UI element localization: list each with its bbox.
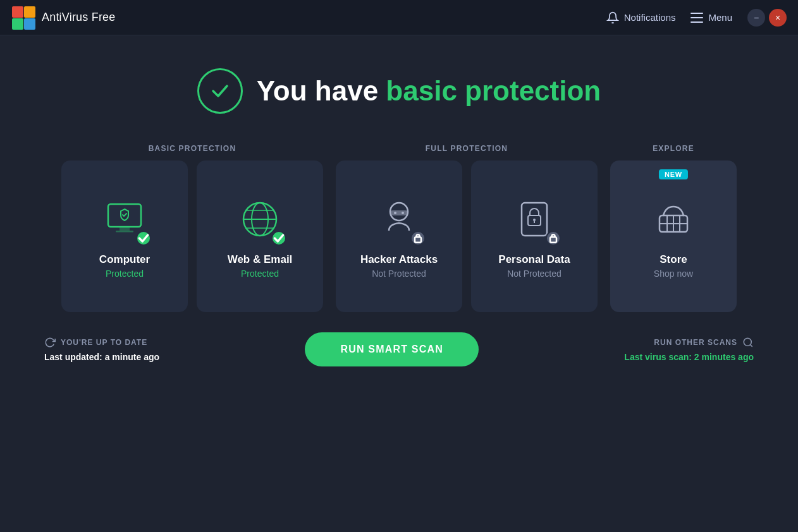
computer-status-badge <box>136 231 151 246</box>
search-icon <box>742 337 754 348</box>
update-label: You're up to date <box>61 338 147 347</box>
run-other-scans-label: Run Other Scans <box>654 338 737 347</box>
svg-point-18 <box>402 212 404 214</box>
last-updated-value: a minute ago <box>105 352 159 362</box>
bell-icon <box>606 11 619 24</box>
basic-protection-label: Basic Protection <box>149 144 236 153</box>
svg-rect-24 <box>550 237 556 242</box>
window-controls: − × <box>747 9 787 27</box>
minimize-button[interactable]: − <box>747 9 765 27</box>
check-small-icon2 <box>273 215 285 261</box>
store-icon-area <box>648 194 699 245</box>
web-email-card[interactable]: Web & Email Protected <box>197 160 323 312</box>
last-scan-prefix: Last virus scan: <box>624 352 692 362</box>
last-updated: Last updated: a minute ago <box>44 352 159 362</box>
svg-rect-9 <box>116 231 133 233</box>
lock-small-icon <box>412 215 424 261</box>
personal-data-card-status: Not Protected <box>507 269 562 279</box>
checkmark-icon <box>209 80 231 102</box>
explore-cards: NEW Store <box>610 160 737 312</box>
svg-rect-0 <box>12 6 23 18</box>
run-smart-scan-button[interactable]: RUN SMART SCAN <box>305 332 479 366</box>
lock-small-icon2 <box>547 215 560 261</box>
personal-data-card[interactable]: Personal Data Not Protected <box>471 160 598 312</box>
basic-protection-group: Basic Protection <box>61 144 323 312</box>
menu-button[interactable]: Menu <box>691 12 732 23</box>
svg-rect-3 <box>24 18 35 30</box>
last-updated-prefix: Last updated: <box>44 352 102 362</box>
last-scan-value: 2 minutes ago <box>694 352 754 362</box>
svg-rect-19 <box>415 237 421 242</box>
store-card-name: Store <box>660 253 687 266</box>
computer-card-status: Protected <box>106 269 144 279</box>
full-protection-label: Full Protection <box>426 144 508 153</box>
basic-protection-cards: Computer Protected <box>61 160 323 312</box>
notifications-button[interactable]: Notifications <box>606 11 676 24</box>
store-card[interactable]: NEW Store <box>610 160 737 312</box>
hero-title-highlight: basic protection <box>386 75 601 106</box>
svg-line-31 <box>750 344 752 346</box>
explore-label: Explore <box>653 144 694 153</box>
last-virus-scan: Last virus scan: 2 minutes ago <box>624 352 754 362</box>
svg-rect-8 <box>120 227 130 231</box>
svg-point-22 <box>533 219 536 221</box>
check-small-icon <box>137 215 150 261</box>
hacker-icon-area <box>374 194 424 245</box>
personal-data-status-badge <box>546 231 561 246</box>
svg-rect-16 <box>390 210 408 215</box>
close-button[interactable]: × <box>769 9 787 27</box>
full-protection-group: Full Protection <box>336 144 598 312</box>
svg-rect-5 <box>691 17 703 18</box>
svg-rect-1 <box>24 6 35 18</box>
hacker-card-status: Not Protected <box>372 269 426 279</box>
web-email-status-badge <box>271 231 286 246</box>
cards-section: Basic Protection <box>0 144 798 312</box>
web-email-card-status: Protected <box>241 269 279 279</box>
header: AntiVirus Free Notifications Menu − × <box>0 0 798 35</box>
svg-point-30 <box>744 338 751 346</box>
hero-section: You have basic protection <box>0 35 798 144</box>
app-title: AntiVirus Free <box>42 11 116 24</box>
store-card-status: Shop now <box>654 269 693 279</box>
personal-data-icon-area <box>509 194 560 245</box>
header-left: AntiVirus Free <box>11 6 116 30</box>
full-protection-cards: Hacker Attacks Not Protected <box>336 160 598 312</box>
svg-rect-2 <box>12 18 23 30</box>
hacker-attacks-card[interactable]: Hacker Attacks Not Protected <box>336 160 462 312</box>
header-right: Notifications Menu − × <box>606 9 787 27</box>
refresh-icon <box>44 337 56 348</box>
footer-section: You're up to date Last updated: a minute… <box>0 312 798 366</box>
computer-icon-area <box>99 194 150 245</box>
hero-title: You have basic protection <box>257 75 601 107</box>
svg-rect-6 <box>691 21 703 23</box>
hacker-status-badge <box>410 231 426 246</box>
computer-card[interactable]: Computer Protected <box>61 160 188 312</box>
menu-icon <box>691 13 703 23</box>
svg-rect-4 <box>691 13 703 14</box>
notifications-label: Notifications <box>624 12 676 23</box>
hero-check-circle <box>197 68 243 114</box>
avg-logo-icon <box>11 6 35 30</box>
web-email-icon-area <box>235 194 285 245</box>
update-status: You're up to date <box>44 337 159 348</box>
footer-left: You're up to date Last updated: a minute… <box>44 337 159 362</box>
run-other-scans[interactable]: Run Other Scans <box>654 337 754 348</box>
hero-title-part1: You have <box>257 75 386 106</box>
explore-group: Explore NEW <box>610 144 737 312</box>
new-badge: NEW <box>659 169 688 179</box>
menu-label: Menu <box>708 12 732 23</box>
store-icon <box>651 196 696 242</box>
svg-point-17 <box>394 212 396 214</box>
footer-right: Run Other Scans Last virus scan: 2 minut… <box>624 337 754 362</box>
hacker-card-name: Hacker Attacks <box>360 253 438 266</box>
